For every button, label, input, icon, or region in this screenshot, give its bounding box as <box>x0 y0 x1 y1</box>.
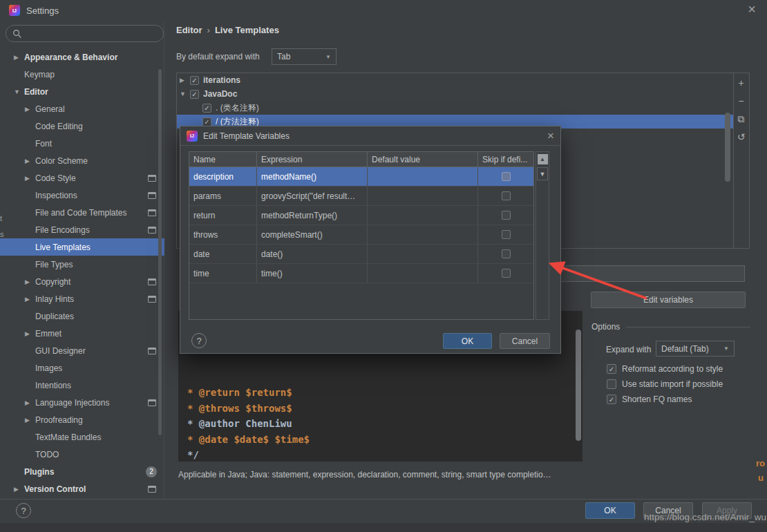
sidebar-item[interactable]: Code Editing <box>0 117 164 135</box>
help-button[interactable]: ? <box>16 503 31 518</box>
variable-row[interactable]: date date() <box>189 245 533 264</box>
variable-row[interactable]: throws completeSmart() <box>189 225 533 245</box>
chevron-icon[interactable] <box>25 278 35 285</box>
variable-default-cell <box>368 245 478 263</box>
option-checkbox[interactable] <box>607 364 616 374</box>
sidebar-item[interactable]: Language Injections <box>0 394 164 411</box>
sidebar-item[interactable]: Inspections <box>0 187 164 204</box>
sidebar-item-label: File Encodings <box>35 225 90 235</box>
variable-row[interactable]: time time() <box>189 264 533 283</box>
sidebar-item[interactable]: Inlay Hints <box>0 290 164 307</box>
option-checkbox[interactable] <box>607 395 616 404</box>
variable-expression-cell: groovyScript("def result… <box>257 187 368 205</box>
sidebar-item[interactable]: Color Scheme <box>0 152 164 169</box>
sidebar-item[interactable]: Live Templates <box>0 238 164 256</box>
variable-expression-cell: methodName() <box>257 167 368 186</box>
chevron-icon[interactable] <box>25 106 35 113</box>
sidebar-item-label: Code Style <box>35 173 76 183</box>
sidebar-item[interactable]: File Types <box>0 256 164 273</box>
skip-checkbox[interactable] <box>502 211 511 220</box>
table-scrollbar: ▲ ▼ <box>536 151 549 320</box>
option-row[interactable]: Shorten FQ names <box>607 392 723 407</box>
template-checkbox[interactable] <box>190 76 199 85</box>
dialog-help-button[interactable]: ? <box>191 333 207 348</box>
skip-checkbox[interactable] <box>502 230 511 239</box>
chevron-icon[interactable] <box>25 175 35 182</box>
variable-row[interactable]: description methodName() <box>189 167 533 187</box>
sidebar-item[interactable]: Proofreading <box>0 411 164 428</box>
skip-checkbox[interactable] <box>502 249 511 258</box>
scroll-up-icon[interactable]: ▲ <box>538 154 548 164</box>
option-row[interactable]: Reformat according to style <box>607 361 723 377</box>
chevron-icon[interactable] <box>25 330 35 337</box>
template-row[interactable]: . (类名注释) <box>177 101 733 115</box>
sidebar-item[interactable]: General <box>0 100 164 117</box>
template-checkbox[interactable] <box>190 90 199 99</box>
sidebar-item[interactable]: Code Style <box>0 169 164 187</box>
variable-name-cell: date <box>189 245 257 263</box>
chevron-icon[interactable] <box>180 91 190 97</box>
sidebar-item[interactable]: Intentions <box>0 377 164 394</box>
sidebar-item[interactable]: Keymap <box>0 66 164 83</box>
chevron-icon[interactable] <box>25 399 35 406</box>
chevron-icon[interactable] <box>25 417 35 424</box>
add-icon[interactable]: + <box>735 77 748 89</box>
variable-row[interactable]: return methodReturnType() <box>189 206 533 225</box>
sidebar-item[interactable]: Editor <box>0 83 164 100</box>
skip-checkbox[interactable] <box>502 269 511 278</box>
chevron-icon[interactable] <box>14 88 24 95</box>
sidebar-item[interactable]: TextMate Bundles <box>0 428 164 446</box>
dialog-ok-button[interactable]: OK <box>443 333 492 349</box>
skip-checkbox[interactable] <box>502 191 511 200</box>
dialog-close-icon[interactable]: × <box>547 129 554 143</box>
sidebar-scrollbar[interactable] <box>158 69 162 435</box>
template-checkbox[interactable] <box>202 117 211 126</box>
chevron-icon[interactable] <box>25 158 35 164</box>
chevron-icon[interactable] <box>180 77 190 84</box>
sidebar-item[interactable]: Copyright <box>0 273 164 290</box>
search-input[interactable] <box>6 25 164 42</box>
sidebar-item[interactable]: GUI Designer <box>0 342 164 359</box>
template-list-scrollbar[interactable] <box>725 113 730 182</box>
window-close-icon[interactable]: × <box>748 1 756 17</box>
sidebar-item[interactable]: Duplicates <box>0 307 164 325</box>
chevron-down-icon[interactable]: ▼ <box>537 167 548 180</box>
template-row[interactable]: iterations <box>177 73 733 87</box>
chevron-icon[interactable] <box>14 54 24 61</box>
chevron-icon[interactable] <box>25 296 35 303</box>
variable-row[interactable]: params groovyScript("def result… <box>189 187 533 206</box>
edit-variables-button[interactable]: Edit variables <box>591 292 746 308</box>
breadcrumb-editor[interactable]: Editor <box>176 25 202 35</box>
column-expression: Expression <box>257 152 368 167</box>
sidebar-item[interactable]: Font <box>0 135 164 152</box>
sidebar-item[interactable]: Version Control <box>0 480 164 497</box>
expand-default-dropdown[interactable]: Tab ▼ <box>272 48 337 65</box>
editor-scrollbar[interactable] <box>576 330 581 441</box>
project-settings-icon <box>148 209 156 216</box>
variable-default-cell <box>368 167 478 186</box>
sidebar-item[interactable]: File Encodings <box>0 221 164 238</box>
restore-defaults-icon[interactable]: ↺ <box>735 131 748 143</box>
sidebar-item[interactable]: Plugins 2 <box>0 463 164 480</box>
remove-icon[interactable]: − <box>735 95 748 107</box>
template-row[interactable]: JavaDoc <box>177 87 733 101</box>
option-checkbox[interactable] <box>607 379 616 389</box>
variable-default-cell <box>368 206 478 225</box>
sidebar-item[interactable]: Emmet <box>0 325 164 342</box>
sidebar-item[interactable]: File and Code Templates <box>0 204 164 221</box>
skip-checkbox[interactable] <box>502 172 511 181</box>
template-checkbox[interactable] <box>202 104 211 113</box>
breadcrumb: Editor › Live Templates <box>176 25 279 35</box>
sidebar-item[interactable]: TODO <box>0 446 164 463</box>
template-text: * @return $return$* @throws $throws$* @a… <box>187 354 310 494</box>
sidebar-item[interactable]: Appearance & Behavior <box>0 48 164 66</box>
sidebar-item-label: General <box>35 104 65 114</box>
option-row[interactable]: Use static import if possible <box>607 377 723 392</box>
chevron-icon[interactable] <box>14 486 24 493</box>
ok-button[interactable]: OK <box>585 502 635 519</box>
dialog-cancel-button[interactable]: Cancel <box>500 333 550 349</box>
duplicate-icon[interactable]: ⧉ <box>735 113 748 125</box>
expand-with-dropdown[interactable]: Default (Tab) ▼ <box>656 341 735 357</box>
sidebar-item[interactable]: Images <box>0 359 164 377</box>
settings-sidebar: Appearance & Behavior Keymap Editor Gene… <box>0 21 164 499</box>
